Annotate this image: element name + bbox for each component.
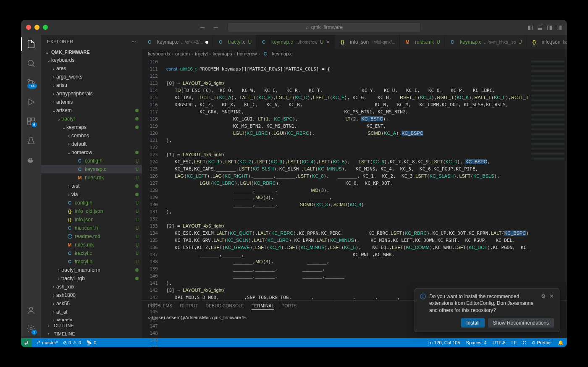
- sidebar-more-icon[interactable]: ⋯: [131, 39, 136, 45]
- source-control-icon[interactable]: 166: [26, 78, 36, 88]
- folder-via[interactable]: ›via: [41, 190, 142, 199]
- minimap[interactable]: [529, 58, 567, 300]
- item-label: ask55: [56, 301, 139, 307]
- nav-back[interactable]: ←: [199, 24, 206, 31]
- folder-arrayperipherals[interactable]: ›arrayperipherals: [41, 89, 142, 98]
- breadcrumb-segment[interactable]: keyboards: [148, 51, 170, 56]
- tab-tractyl.c[interactable]: Ctractyl.cU: [213, 35, 256, 49]
- file-info.json[interactable]: {}info.jsonU: [41, 215, 142, 224]
- tab-rules.mk[interactable]: Mrules.mkU: [400, 35, 445, 49]
- ports-status[interactable]: 📡0: [86, 340, 96, 346]
- toggle-panel-icon[interactable]: ⬓: [537, 24, 543, 31]
- tab-label: info.json: [542, 39, 561, 45]
- tab-info.json[interactable]: {}info.jsonkeybo: [527, 35, 567, 49]
- breadcrumb-segment[interactable]: keymaps: [213, 51, 232, 56]
- folder-ares[interactable]: ›ares: [41, 64, 142, 73]
- customize-layout-icon[interactable]: ▥: [556, 24, 562, 31]
- file-keymap.c[interactable]: Ckeymap.cU: [41, 165, 142, 173]
- folder-tractyl_rgb[interactable]: ›tractyl_rgb: [41, 274, 142, 283]
- notification-close-icon[interactable]: ✕: [549, 293, 554, 314]
- docker-icon[interactable]: [26, 155, 36, 165]
- folder-keymaps[interactable]: ⌄keymaps: [41, 123, 142, 131]
- extensions-icon[interactable]: 6: [26, 116, 36, 126]
- eol[interactable]: LF: [512, 340, 517, 346]
- install-button[interactable]: Install: [461, 318, 484, 328]
- tab-keymap.c[interactable]: Ckeymap.c.../enki42/...: [142, 35, 213, 49]
- file-mcuconf.h[interactable]: Cmcuconf.hU: [41, 224, 142, 232]
- folder-combos[interactable]: ›combos: [41, 131, 142, 140]
- file-info_old.json[interactable]: {}info_old.jsonU: [41, 207, 142, 215]
- search-activity-icon[interactable]: [26, 58, 36, 68]
- settings-gear-icon[interactable]: 1: [26, 324, 36, 334]
- item-label: homerow: [71, 149, 134, 155]
- file-type-icon: C: [76, 158, 83, 163]
- panel-tab-output[interactable]: OUTPUT: [180, 303, 198, 310]
- outline-section[interactable]: ›OUTLINE: [41, 321, 142, 330]
- folder-ask55[interactable]: ›ask55: [41, 299, 142, 308]
- cursor-position[interactable]: Ln 120, Col 105: [428, 340, 460, 346]
- command-center[interactable]: ⌕ qmk_firmware: [228, 22, 421, 32]
- folder-argo_works[interactable]: ›argo_works: [41, 73, 142, 81]
- tab-keymap.c[interactable]: Ckeymap.c.../homerowU✕: [256, 35, 335, 49]
- file-config.h[interactable]: Cconfig.hU: [41, 157, 142, 165]
- file-type-icon: C: [217, 39, 224, 45]
- tab-info.json[interactable]: {}info.json~/vial-qmk/...: [335, 35, 400, 49]
- tab-keymap.c[interactable]: Ckeymap.c.../avm_hhkb_isoU: [445, 35, 527, 49]
- close-window[interactable]: [26, 25, 31, 30]
- breadcrumb-segment[interactable]: artsem: [175, 51, 190, 56]
- file-rules.mk[interactable]: Mrules.mkU: [41, 173, 142, 182]
- close-tab-icon[interactable]: ✕: [326, 39, 330, 45]
- file-tractyl.h[interactable]: Ctractyl.hU: [41, 257, 142, 266]
- file-tractyl.c[interactable]: Ctractyl.cU: [41, 249, 142, 257]
- breadcrumb-segment[interactable]: keymap.c: [272, 51, 292, 56]
- folder-ash_xiix[interactable]: ›ash_xiix: [41, 283, 142, 291]
- modified-indicator: [205, 41, 208, 44]
- run-debug-icon[interactable]: [26, 97, 36, 107]
- notifications-icon[interactable]: 🔔: [558, 340, 564, 346]
- timeline-section[interactable]: ›TIMELINE: [41, 330, 142, 338]
- toggle-secondary-sidebar-icon[interactable]: ◨: [547, 24, 552, 31]
- folder-artsem[interactable]: ⌄artsem: [41, 106, 142, 115]
- code-area[interactable]: const uint16_t PROGMEM keymaps[][MATRIX_…: [163, 58, 529, 300]
- panel-tab-debug-console[interactable]: DEBUG CONSOLE: [206, 303, 244, 310]
- folder-artemis[interactable]: ›artemis: [41, 98, 142, 106]
- folder-default[interactable]: ›default: [41, 140, 142, 148]
- zoom-window[interactable]: [43, 25, 48, 30]
- file-tree[interactable]: ⌄keyboards›ares›argo_works›arisu›arraype…: [41, 56, 142, 321]
- problems-status[interactable]: ⊘0 ⚠0: [63, 340, 81, 346]
- file-config.h[interactable]: Cconfig.hU: [41, 199, 142, 207]
- indentation[interactable]: Spaces: 4: [466, 340, 487, 346]
- project-section[interactable]: ⌄ QMK_FIRMWARE: [41, 48, 142, 56]
- tab-label: keymap.c: [460, 39, 481, 45]
- file-readme.md[interactable]: ⓘreadme.mdU: [41, 232, 142, 241]
- folder-ash1800[interactable]: ›ash1800: [41, 291, 142, 299]
- breadcrumb-segment[interactable]: homerow: [237, 51, 257, 56]
- file-rules.mk[interactable]: Mrules.mkU: [41, 241, 142, 249]
- notification-gear-icon[interactable]: ⚙: [541, 293, 546, 314]
- svg-point-13: [30, 328, 32, 330]
- show-recommendations-button[interactable]: Show Recommendations: [488, 318, 554, 328]
- breadcrumbs[interactable]: keyboards›artsem›tractyl›keymaps›homerow…: [142, 49, 567, 58]
- accounts-icon[interactable]: [26, 305, 36, 315]
- breadcrumb-segment[interactable]: tractyl: [195, 51, 208, 56]
- encoding[interactable]: UTF-8: [493, 340, 506, 346]
- folder-tractyl[interactable]: ⌄tractyl: [41, 115, 142, 123]
- panel-tab-terminal[interactable]: TERMINAL: [252, 303, 274, 310]
- minimize-window[interactable]: [34, 25, 39, 30]
- folder-homerow[interactable]: ⌄homerow: [41, 148, 142, 157]
- nav-forward[interactable]: →: [213, 24, 219, 31]
- prettier-status[interactable]: ⊘ Prettier: [532, 340, 552, 346]
- folder-tractyl_manuform[interactable]: ›tractyl_manuform: [41, 266, 142, 274]
- folder-keyboards[interactable]: ⌄keyboards: [41, 56, 142, 64]
- panel-tab-ports[interactable]: PORTS: [281, 303, 297, 310]
- language-mode[interactable]: C: [523, 340, 526, 346]
- git-branch[interactable]: ⎇master*: [35, 340, 58, 346]
- explorer-icon[interactable]: [26, 39, 36, 49]
- folder-test[interactable]: ›test: [41, 182, 142, 190]
- testing-icon[interactable]: [26, 136, 36, 146]
- folder-at_at[interactable]: ›at_at: [41, 308, 142, 316]
- folder-atlantis[interactable]: ›atlantis: [41, 316, 142, 321]
- folder-arisu[interactable]: ›arisu: [41, 81, 142, 89]
- remote-indicator[interactable]: ⇄: [21, 338, 32, 347]
- toggle-primary-sidebar-icon[interactable]: ◧: [528, 24, 533, 31]
